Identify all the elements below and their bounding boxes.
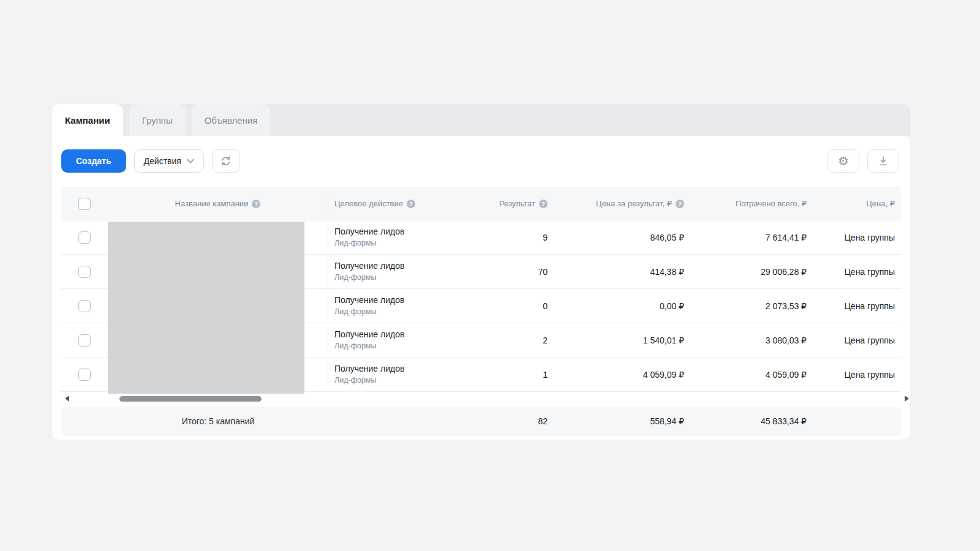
spent-total-value: 29 006,28 ₽ (694, 255, 816, 288)
actions-dropdown-label: Действия (144, 156, 181, 166)
totals-spent-total: 45 833,34 ₽ (694, 416, 816, 426)
cost-per-result-value: 414,38 ₽ (557, 255, 694, 288)
totals-cost-per-result: 558,94 ₽ (557, 416, 694, 426)
download-icon (877, 155, 889, 167)
spent-total-value: 3 080,03 ₽ (694, 323, 816, 357)
tab-bar: Кампании Группы Объявления (52, 104, 910, 136)
price-value: Цена группы (816, 323, 901, 357)
target-action-sub: Лид-формы (334, 342, 404, 351)
toolbar: Создать Действия (61, 136, 901, 187)
spent-total-value: 7 614,41 ₽ (694, 220, 816, 254)
row-checkbox[interactable] (78, 266, 91, 278)
result-value: 2 (472, 323, 557, 357)
cost-per-result-value: 1 540,01 ₽ (557, 323, 694, 357)
target-action: Получение лидов (334, 261, 404, 272)
price-value: Цена группы (816, 220, 901, 254)
column-header-result: Результат (499, 199, 535, 208)
target-action-sub: Лид-формы (334, 239, 404, 248)
price-value: Цена группы (816, 255, 901, 288)
row-checkbox[interactable] (78, 334, 91, 347)
redacted-campaign-names (108, 222, 304, 394)
target-action-sub: Лид-формы (334, 308, 404, 317)
select-all-checkbox[interactable] (78, 198, 91, 210)
campaigns-table: Название кампании ? Целевое действие ? Р… (61, 187, 901, 436)
column-header-price: Цена, ₽ (866, 199, 895, 208)
target-action-sub: Лид-формы (334, 377, 404, 385)
row-checkbox[interactable] (78, 231, 91, 244)
result-value: 70 (472, 255, 557, 288)
column-header-action: Целевое действие (334, 199, 403, 208)
tab-ads-label: Объявления (205, 115, 258, 126)
row-checkbox[interactable] (78, 300, 91, 312)
scrollbar-thumb[interactable] (119, 396, 262, 402)
help-icon[interactable]: ? (539, 200, 548, 208)
totals-result: 82 (472, 416, 557, 426)
tab-groups-label: Группы (142, 115, 173, 126)
result-value: 0 (472, 289, 557, 323)
tab-groups[interactable]: Группы (129, 104, 186, 136)
target-action: Получение лидов (334, 295, 404, 306)
price-value: Цена группы (816, 358, 901, 391)
campaigns-panel: Кампании Группы Объявления Создать Дейст… (52, 104, 910, 440)
chevron-down-icon (187, 159, 194, 163)
tab-content: Создать Действия (52, 136, 910, 440)
cost-per-result-value: 0,00 ₽ (557, 289, 694, 323)
actions-dropdown[interactable]: Действия (134, 149, 204, 173)
export-button[interactable] (867, 149, 899, 173)
scroll-left-arrow-icon[interactable] (65, 395, 69, 402)
column-header-spent-total: Потрачено всего, ₽ (736, 199, 807, 208)
help-icon[interactable]: ? (676, 200, 684, 208)
gear-icon: ⚙ (838, 155, 849, 167)
settings-button[interactable]: ⚙ (827, 149, 859, 173)
spent-total-value: 2 073,53 ₽ (694, 289, 816, 323)
tab-ads[interactable]: Объявления (192, 104, 271, 136)
cost-per-result-value: 846,05 ₽ (557, 220, 694, 254)
target-action: Получение лидов (334, 329, 404, 340)
totals-row: Итого: 5 кампаний 82 558,94 ₽ 45 833,34 … (61, 407, 901, 436)
result-value: 1 (472, 358, 557, 391)
tab-campaigns-label: Кампании (65, 115, 110, 126)
table-header-row: Название кампании ? Целевое действие ? Р… (61, 187, 901, 220)
create-button[interactable]: Создать (61, 149, 126, 173)
tab-campaigns[interactable]: Кампании (52, 104, 123, 136)
result-value: 9 (472, 220, 557, 254)
target-action: Получение лидов (334, 227, 404, 238)
help-icon[interactable]: ? (407, 200, 415, 208)
refresh-button[interactable] (212, 149, 240, 173)
help-icon[interactable]: ? (252, 200, 260, 208)
price-value: Цена группы (816, 289, 901, 323)
scroll-right-arrow-icon[interactable] (905, 395, 909, 402)
row-checkbox[interactable] (78, 369, 91, 381)
column-header-name: Название кампании (175, 199, 249, 208)
horizontal-scrollbar[interactable] (61, 392, 901, 405)
target-action: Получение лидов (334, 364, 404, 375)
target-action-sub: Лид-формы (334, 274, 404, 282)
refresh-icon (220, 155, 232, 167)
column-header-cost-per-result: Цена за результат, ₽ (596, 199, 672, 208)
totals-label: Итого: 5 кампаний (108, 416, 328, 426)
spent-total-value: 4 059,09 ₽ (694, 358, 816, 391)
cost-per-result-value: 4 059,09 ₽ (557, 358, 694, 391)
